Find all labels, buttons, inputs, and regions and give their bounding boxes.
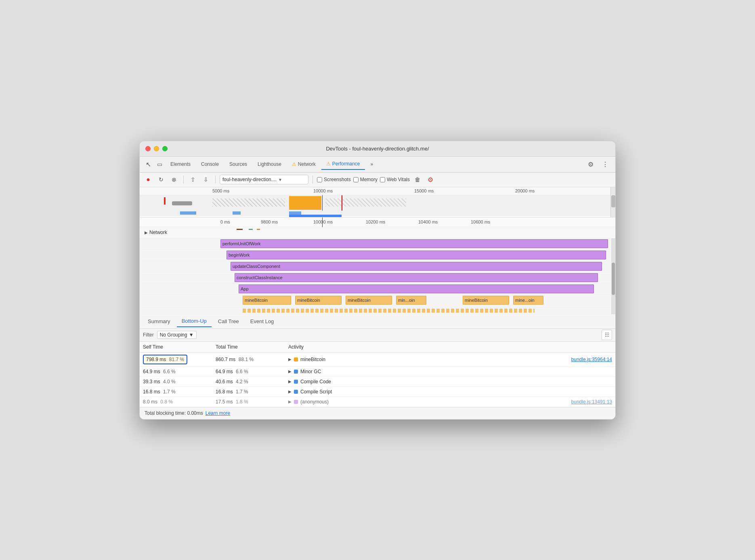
close-button[interactable] <box>145 146 151 151</box>
activity-header[interactable]: Activity <box>285 342 615 353</box>
more-tabs-button[interactable]: » <box>366 159 378 169</box>
record-button[interactable]: ● <box>143 174 153 185</box>
tab-network[interactable]: ⚠ Network <box>287 159 321 169</box>
net-req1 <box>237 229 243 230</box>
self-time-cell-5: 8.0 ms 0.8 % <box>140 397 212 407</box>
overview-timeline: 5000 ms 10000 ms 15000 ms 20000 ms CPU N… <box>140 187 615 217</box>
activity-color-dot-5 <box>294 400 298 404</box>
activity-color-dot-2 <box>294 370 298 374</box>
flame-chart-area: performUnitOfWork beginWork updateCl <box>140 238 615 314</box>
expand-icon[interactable]: ▶ <box>288 357 292 361</box>
overview-scrollbar-thumb[interactable] <box>611 195 615 207</box>
tab-sources[interactable]: Sources <box>224 159 252 169</box>
total-time-cell-3: 40.6 ms 4.2 % <box>212 376 285 387</box>
total-time-header[interactable]: Total Time <box>212 342 285 353</box>
table-row[interactable]: 798.9 ms 81.7 % 860.7 ms 88.1 % ▶ mineBi… <box>140 352 615 366</box>
ruler-5000: 5000 ms <box>212 188 229 193</box>
memory-checkbox[interactable]: Memory <box>353 177 378 182</box>
web-vitals-check[interactable] <box>380 177 385 182</box>
table-row[interactable]: 39.3 ms 4.0 % 40.6 ms 4.2 % ▶ Compile Co… <box>140 376 615 387</box>
memory-check[interactable] <box>353 177 359 182</box>
group-icon-button[interactable]: ☷ <box>602 330 612 340</box>
bundle-link-0[interactable]: bundle.js:35964:14 <box>571 357 612 362</box>
flame-mineBitcoin-2[interactable]: mineBitcoin <box>295 296 342 305</box>
bundle-link-5[interactable]: bundle.js:13491:13 <box>571 399 612 405</box>
flame-minoin-1[interactable]: min...oin <box>396 296 426 305</box>
trash-button[interactable]: 🗑 <box>412 174 423 185</box>
reload-button[interactable]: ↻ <box>156 174 166 185</box>
expand-icon-2[interactable]: ▶ <box>288 369 292 374</box>
network-expand-icon[interactable]: ▶ <box>145 230 148 235</box>
web-vitals-checkbox[interactable]: Web Vitals <box>380 177 410 182</box>
table-row[interactable]: 8.0 ms 0.8 % 17.5 ms 1.8 % ▶ (anonymous) <box>140 397 615 407</box>
screenshots-check[interactable] <box>317 177 322 182</box>
table-row[interactable]: 16.8 ms 1.7 % 16.8 ms 1.7 % ▶ Compile Sc… <box>140 387 615 397</box>
cursor-line <box>322 195 323 211</box>
minimize-button[interactable] <box>154 146 159 151</box>
net-area <box>140 211 610 216</box>
ruler-9800ms: 9800 ms <box>261 219 278 224</box>
net-bar3 <box>289 211 301 215</box>
activity-cell-2: ▶ Minor GC <box>285 366 615 376</box>
net-bar2 <box>233 211 241 215</box>
activity-cell-4: ▶ Compile Script <box>285 387 615 397</box>
expand-icon-4[interactable]: ▶ <box>288 389 292 394</box>
row-content-2: beginWork <box>220 250 615 261</box>
tab-event-log[interactable]: Event Log <box>245 316 279 327</box>
self-time-header[interactable]: Self Time <box>140 342 212 353</box>
tab-lighthouse[interactable]: Lighthouse <box>253 159 286 169</box>
devtools-window: DevTools - foul-heavenly-direction.glitc… <box>139 141 616 420</box>
net-req3 <box>257 229 260 230</box>
pointer-icon[interactable]: ↖ <box>143 159 153 169</box>
flame-mineBitcoin-4[interactable]: mineBitcoin <box>463 296 509 305</box>
cpu-hump1 <box>172 201 192 205</box>
flame-performUnitOfWork[interactable]: performUnitOfWork <box>220 239 608 248</box>
url-dropdown-icon[interactable]: ▼ <box>278 178 282 182</box>
flame-updateClassComponent[interactable]: updateClassComponent <box>231 262 602 271</box>
filter-bar: Filter No Grouping ▼ ☷ <box>140 329 615 342</box>
upload-button[interactable]: ⇧ <box>188 174 198 185</box>
flame-minoin-2[interactable]: mine...oin <box>513 296 543 305</box>
overview-selection[interactable] <box>289 215 342 217</box>
network-row-label: ▶ Network <box>140 230 220 235</box>
flame-row-1: performUnitOfWork <box>140 238 615 250</box>
flame-mineBitcoin-3[interactable]: mineBitcoin <box>346 296 392 305</box>
performance-warn-icon: ⚠ <box>326 161 331 167</box>
maximize-button[interactable] <box>162 146 168 151</box>
separator2 <box>215 176 216 184</box>
tab-performance[interactable]: ⚠ Performance <box>321 159 365 170</box>
activity-cell-5: ▶ (anonymous) bundle.js:13491:13 <box>285 397 615 407</box>
timeline-scrollbar[interactable] <box>611 238 615 314</box>
more-options-icon[interactable]: ⋮ <box>600 159 610 169</box>
responsive-icon[interactable]: ▭ <box>154 159 165 169</box>
cpu-area <box>140 195 610 211</box>
traffic-lights <box>145 146 168 151</box>
table-row[interactable]: 64.9 ms 6.6 % 64.9 ms 6.6 % ▶ Minor GC <box>140 366 615 376</box>
tab-summary[interactable]: Summary <box>143 316 175 327</box>
dropdown-arrow-icon: ▼ <box>189 332 194 338</box>
row-content-4: constructClassInstance <box>220 272 615 283</box>
network-row: ▶ Network <box>140 227 615 238</box>
red-line <box>342 195 342 211</box>
learn-more-link[interactable]: Learn more <box>206 410 230 416</box>
total-blocking-time-text: Total blocking time: 0.00ms <box>145 410 203 416</box>
clear-button[interactable]: ⊗ <box>169 174 179 185</box>
overview-scrollbar[interactable] <box>610 187 615 217</box>
timeline-scrollbar-thumb[interactable] <box>612 263 615 295</box>
expand-icon-5[interactable]: ▶ <box>288 399 292 404</box>
expand-icon-3[interactable]: ▶ <box>288 379 292 384</box>
flame-mineBitcoin-1[interactable]: mineBitcoin <box>243 296 291 305</box>
tab-console[interactable]: Console <box>196 159 224 169</box>
flame-app[interactable]: App <box>239 284 594 293</box>
tab-call-tree[interactable]: Call Tree <box>213 316 244 327</box>
flame-row-4: constructClassInstance <box>140 272 615 284</box>
settings-gear-button[interactable]: ⚙ <box>425 174 436 185</box>
tab-elements[interactable]: Elements <box>166 159 195 169</box>
tab-bottom-up[interactable]: Bottom-Up <box>177 316 212 327</box>
flame-beginWork[interactable]: beginWork <box>226 251 606 259</box>
screenshots-checkbox[interactable]: Screenshots <box>317 177 351 182</box>
flame-constructClassInstance[interactable]: constructClassInstance <box>235 273 598 282</box>
download-button[interactable]: ⇩ <box>201 174 211 185</box>
settings-icon[interactable]: ⚙ <box>585 159 596 169</box>
grouping-dropdown[interactable]: No Grouping ▼ <box>157 331 197 339</box>
